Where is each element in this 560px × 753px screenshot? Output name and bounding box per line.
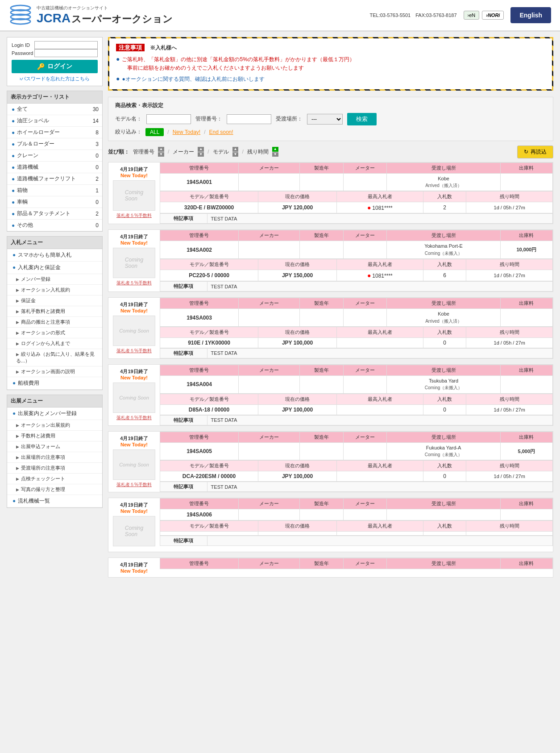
item-fee-link-2[interactable]: 落札者５%手数料 xyxy=(116,348,152,354)
model-input[interactable] xyxy=(146,114,191,124)
th-meter-3: メーター xyxy=(343,365,387,375)
td-price-4: JPY 100,000 xyxy=(258,471,337,482)
th-bidder-2: 最高入札者 xyxy=(337,327,423,337)
th-delivery-3: 受渡し場所 xyxy=(387,365,500,375)
sort-mgmt-down[interactable]: ▼ xyxy=(158,152,164,157)
sort-time-up[interactable]: ▲ xyxy=(272,147,278,151)
category-item-8[interactable]: ●車輌0 xyxy=(7,196,102,208)
th-fee-1: 出庫料 xyxy=(500,230,552,241)
exhibit-menu-item-7[interactable]: ▶写真の撮り方と整理 xyxy=(7,484,102,495)
notice-box: 注意事項 ※入札様へ ● ご落札時、「落札金額」の他に別途「落札金額の5%の落札… xyxy=(108,37,553,91)
bid-menu-item-6[interactable]: ▶商品の搬出と注意事項 xyxy=(7,317,102,328)
bid-menu-item-10[interactable]: ▶オークション画面の説明 xyxy=(7,366,102,377)
td-meter-0 xyxy=(343,173,387,191)
td-special-val-3: TEST DATA xyxy=(207,415,552,425)
en-link-btn[interactable]: ›eN xyxy=(464,11,480,20)
sort-maker-up[interactable]: ▲ xyxy=(198,147,204,151)
td-meter-3 xyxy=(343,375,387,393)
th-time-5: 残り時間 xyxy=(466,520,553,531)
exhibit-menu-item-2[interactable]: ▶手数料と諸費用 xyxy=(7,431,102,441)
password-input[interactable] xyxy=(34,49,98,57)
category-item-5[interactable]: ●道路機械0 xyxy=(7,162,102,173)
exhibit-menu-item-6[interactable]: ▶点検チェックシート xyxy=(7,474,102,484)
notice-subtitle: ※入札様へ xyxy=(150,45,177,51)
bid-menu-item-8[interactable]: ▶ログインから入札まで xyxy=(7,338,102,349)
exhibit-menu-item-3[interactable]: ▶出展申込フォーム xyxy=(7,441,102,452)
exhibit-menu-item-4[interactable]: ▶出展場所の注意事項 xyxy=(7,452,102,463)
category-item-3[interactable]: ●ブル＆ローダー3 xyxy=(7,138,102,150)
filter-new-link[interactable]: New Today! xyxy=(173,129,200,135)
item-fee-link-0[interactable]: 落札者５%手数料 xyxy=(116,212,152,219)
td-bidcount-1: 6 xyxy=(423,270,466,281)
item-new-today-2: New Today! xyxy=(120,308,148,313)
bid-menu-item-0[interactable]: ●スマホからも簡単入札 xyxy=(7,249,102,262)
item-fee-link-3[interactable]: 落札者５%手数料 xyxy=(116,415,152,421)
bid-menu-item-3[interactable]: ▶オークション入札規約 xyxy=(7,285,102,295)
exhibit-menu-item-5[interactable]: ▶受渡場所の注意事項 xyxy=(7,463,102,474)
filter-end-link[interactable]: End soon! xyxy=(209,129,233,135)
category-item-0[interactable]: ●全て30 xyxy=(7,104,102,115)
search-button[interactable]: 検索 xyxy=(347,113,377,125)
sort-maker-down[interactable]: ▼ xyxy=(198,152,204,157)
category-item-4[interactable]: ●クレーン0 xyxy=(7,150,102,162)
th-delivery-0: 受渡し場所 xyxy=(387,162,500,173)
login-button[interactable]: 🔑 ログイン xyxy=(12,60,98,73)
english-button[interactable]: English xyxy=(510,7,551,23)
category-item-1[interactable]: ●油圧ショベル14 xyxy=(7,115,102,127)
th-price-0: 現在の価格 xyxy=(258,191,337,202)
sort-mgmt-up[interactable]: ▲ xyxy=(158,147,164,151)
filter-all-btn[interactable]: ALL xyxy=(145,128,164,136)
sort-time-down[interactable]: ▼ xyxy=(272,152,278,157)
bid-menu-item-4[interactable]: ▶保証金 xyxy=(7,295,102,306)
th-mgmt-3: 管理番号 xyxy=(160,365,239,375)
item-fee-link-4[interactable]: 落札者５%手数料 xyxy=(116,482,152,488)
th-mgmt-1: 管理番号 xyxy=(160,230,239,241)
sort-model-up[interactable]: ▲ xyxy=(232,147,239,151)
td-meter-4 xyxy=(343,442,387,460)
category-item-10[interactable]: ●その他0 xyxy=(7,220,102,231)
exhibit-menu-item-8[interactable]: ●流札機械一覧 xyxy=(7,495,102,508)
bid-menu-item-7[interactable]: ▶オークションの形式 xyxy=(7,328,102,338)
category-item-7[interactable]: ●箱物1 xyxy=(7,185,102,196)
bid-menu-item-5[interactable]: ▶落札手数料と諸費用 xyxy=(7,306,102,317)
td-fee-4: 5,000円 xyxy=(500,442,552,460)
category-item-2[interactable]: ●ホイールローダー8 xyxy=(7,127,102,138)
td-bidcount-4: 0 xyxy=(423,471,466,482)
td-price-5 xyxy=(258,531,337,535)
exhibit-menu-title: 出展メニュー xyxy=(7,395,102,408)
bid-menu-item-1[interactable]: ●入札案内と保証金 xyxy=(7,262,102,274)
sort-mgmt-label: 管理番号 xyxy=(133,148,154,156)
item-fee-link-1[interactable]: 落札者５%手数料 xyxy=(116,280,152,286)
mgmt-label: 管理番号： xyxy=(195,115,222,123)
bid-menu-item-9[interactable]: ▶絞り込み（お気に入り、結果を見る...） xyxy=(7,349,102,366)
mgmt-input[interactable] xyxy=(227,114,271,124)
td-special-label-4: 特記事項 xyxy=(160,482,207,492)
td-bidder-2 xyxy=(337,337,423,348)
item-tables-0: 管理番号 メーカー 製造年 メーター 受渡し場所 出庫料 194SA001 xyxy=(160,162,553,224)
th-bidcount-4: 入札数 xyxy=(423,461,466,471)
nori-link-btn[interactable]: ›NORi xyxy=(482,11,504,20)
td-time-5 xyxy=(466,531,553,535)
bid-menu-item-2[interactable]: ▶メンバー登録 xyxy=(7,274,102,285)
exhibit-menu-item-1[interactable]: ▶オークション出展規約 xyxy=(7,420,102,431)
bid-menu-item-11[interactable]: ●船積費用 xyxy=(7,377,102,390)
category-item-9[interactable]: ●部品＆アタッチメント2 xyxy=(7,208,102,220)
login-id-input[interactable] xyxy=(34,41,98,49)
login-id-label: Login ID xyxy=(12,41,34,49)
td-bidcount-5 xyxy=(423,531,466,535)
th-delivery-1: 受渡し場所 xyxy=(387,230,500,241)
th-bidder-4: 最高入札者 xyxy=(337,461,423,471)
sort-mgmt-arrows[interactable]: ▲ ▼ xyxy=(158,147,164,157)
td-maker-3 xyxy=(238,375,299,393)
delivery-select[interactable]: --- xyxy=(307,114,343,125)
th-maker-0: メーカー xyxy=(238,162,299,173)
td-delivery-4: Fukuoka Yard-AComing（未搬入） xyxy=(387,442,500,460)
sort-model-down[interactable]: ▼ xyxy=(232,152,239,157)
category-item-6[interactable]: ●道路機械フォークリフト2 xyxy=(7,173,102,185)
td-year-0 xyxy=(299,173,343,191)
forgot-password-link[interactable]: ›パスワードを忘れた方はこちら xyxy=(12,75,98,82)
td-mgmt-3: 194SA004 xyxy=(160,375,239,393)
sort-maker-arrows[interactable]: ▲ ▼ xyxy=(198,147,204,157)
reload-button[interactable]: ↻ 再読込 xyxy=(517,146,553,158)
exhibit-menu-item-0[interactable]: ●出展案内とメンバー登録 xyxy=(7,408,102,420)
